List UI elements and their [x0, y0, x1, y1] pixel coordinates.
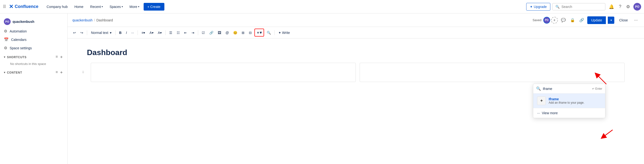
shortcuts-empty-message: No shortcuts in this space [0, 61, 67, 68]
nav-more[interactable]: More▾ [127, 3, 142, 10]
iframe-result-icon: ✦ [537, 96, 546, 105]
top-navigation: ⠿ ✕ Confluence Company hub Home Recent▾ … [0, 0, 644, 13]
mention-button[interactable]: @ [224, 30, 230, 36]
content-filter-icon[interactable]: ≡ [56, 70, 58, 75]
search-icon: 🔍 [556, 5, 560, 9]
page-title: Dashboard [87, 48, 625, 57]
more-options-button[interactable]: ··· [633, 16, 639, 24]
close-button[interactable]: Close [616, 16, 631, 24]
nav-home[interactable]: Home [72, 3, 86, 10]
italic-button[interactable]: I [124, 30, 129, 36]
indent-dec-button[interactable]: ⇤ [182, 30, 189, 36]
nav-company-hub[interactable]: Company hub [44, 3, 70, 10]
write-button[interactable]: ✦ Write [276, 30, 292, 36]
search-content-button[interactable]: 🔍 [265, 30, 272, 36]
logo[interactable]: ✕ Confluence [9, 3, 38, 10]
toolbar-separator-3 [138, 30, 138, 35]
editor-content[interactable]: Dashboard ⠿ 🔍 ↵ Enter ✦ Iframe [68, 38, 644, 164]
toolbar-separator-4 [165, 30, 166, 35]
undo-button[interactable]: ↩ [72, 30, 78, 36]
popup-search-icon: 🔍 [536, 86, 541, 91]
link-insert-button[interactable]: 🔗 [208, 30, 215, 36]
logo-text: Confluence [15, 4, 38, 9]
image-button[interactable]: 🖼 [216, 30, 223, 36]
search-input[interactable] [562, 5, 602, 9]
content-column-2[interactable] [360, 63, 625, 82]
shortcuts-add-icon[interactable]: ＋ [60, 55, 64, 60]
user-avatar[interactable]: PO [634, 3, 641, 10]
breadcrumb: quackenbush / Dashboard [72, 18, 530, 22]
editor-header-actions: Saved PO + 💬 🔒 🔗 Update ▾ Close ··· [532, 16, 639, 24]
sidebar-item-label: Space settings [10, 46, 32, 50]
nav-right-actions: ✦ Upgrade 🔍 🔔 ? ⚙ PO [526, 3, 641, 11]
add-collaborator-button[interactable]: + [551, 17, 558, 24]
nav-recent[interactable]: Recent▾ [88, 3, 105, 10]
enter-hint: ↵ Enter [592, 87, 602, 90]
sidebar-user[interactable]: PO quackenbush [0, 16, 67, 27]
text-style-label: Normal text [91, 31, 108, 35]
update-dropdown-button[interactable]: ▾ [608, 17, 614, 24]
red-arrow-indicator-2 [598, 127, 618, 142]
comment-button[interactable]: 💬 [560, 17, 567, 24]
view-more-button[interactable]: ··· View more [533, 108, 605, 118]
text-color-button[interactable]: A▾ [148, 30, 155, 36]
text-style-selector[interactable]: Normal text ▾ [89, 30, 114, 36]
editor-avatar: PO [543, 17, 550, 24]
shortcuts-actions: ≡ ＋ [56, 55, 64, 60]
shortcuts-chevron[interactable]: ▾ [4, 56, 6, 59]
emoji-button[interactable]: 😊 [232, 30, 239, 36]
editor-toolbar: ↩ ↪ Normal text ▾ B I ··· ≡▾ A▾ A▾ ☰ ☷ ⇤… [68, 27, 644, 38]
view-more-label: View more [542, 111, 558, 115]
numbered-list-button[interactable]: ☷ [175, 30, 182, 36]
more-formatting-button[interactable]: ··· [130, 30, 136, 36]
sidebar-item-calendars[interactable]: 📅 Calendars [0, 35, 67, 44]
toolbar-separator-1 [87, 30, 87, 35]
calendars-icon: 📅 [4, 37, 9, 42]
search-box[interactable]: 🔍 [552, 3, 606, 10]
content-column-1[interactable] [91, 63, 356, 82]
highlight-button[interactable]: A▾ [156, 30, 164, 36]
toolbar-separator-6 [274, 30, 275, 35]
help-button[interactable]: ? [618, 3, 623, 10]
iframe-result[interactable]: ✦ Iframe Add an iframe to your page. [533, 93, 605, 108]
content-actions: ≡ ＋ [56, 70, 64, 75]
insert-button[interactable]: + ▾ [254, 29, 264, 37]
bullet-list-button[interactable]: ☰ [168, 30, 174, 36]
breadcrumb-parent[interactable]: quackenbush [72, 18, 92, 22]
align-button[interactable]: ≡▾ [140, 30, 147, 36]
link-button[interactable]: 🔗 [578, 17, 585, 24]
content-chevron[interactable]: ▾ [4, 71, 6, 74]
redo-button[interactable]: ↪ [79, 30, 85, 36]
indent-inc-button[interactable]: ⇥ [190, 30, 196, 36]
checkbox-button[interactable]: ☑ [200, 30, 206, 36]
logo-icon: ✕ [9, 3, 13, 10]
notifications-button[interactable]: 🔔 [607, 3, 616, 11]
toolbar-separator-5 [198, 30, 198, 35]
red-arrow-indicator [592, 72, 611, 86]
create-button[interactable]: + Create [144, 3, 164, 10]
iframe-result-title: Iframe [549, 97, 584, 101]
sidebar: PO quackenbush ⚙ Automation 📅 Calendars … [0, 13, 68, 164]
settings-button[interactable]: ⚙ [625, 3, 632, 11]
avatar-group: PO + [543, 17, 558, 24]
shortcuts-filter-icon[interactable]: ≡ [56, 55, 58, 60]
drag-handle-icon[interactable]: ⠿ [82, 71, 84, 74]
sidebar-item-space-settings[interactable]: ⚙ Space settings [0, 44, 67, 52]
content-add-icon[interactable]: ＋ [60, 70, 64, 75]
insert-search-input[interactable] [543, 87, 590, 91]
sidebar-item-label: Calendars [11, 38, 26, 42]
sidebar-item-automation[interactable]: ⚙ Automation [0, 27, 67, 35]
update-button[interactable]: Update [587, 16, 606, 24]
shortcuts-section-header: ▾ SHORTCUTS ≡ ＋ [0, 52, 67, 61]
upgrade-button[interactable]: ✦ Upgrade [526, 3, 550, 10]
bold-button[interactable]: B [118, 30, 123, 36]
columns-button[interactable]: ⊞ [240, 30, 246, 36]
table-button[interactable]: ⊟ [247, 30, 254, 36]
breadcrumb-current: Dashboard [96, 18, 113, 22]
sidebar-avatar: PO [4, 18, 10, 25]
nav-spaces[interactable]: Spaces▾ [107, 3, 125, 10]
grid-icon[interactable]: ⠿ [3, 4, 6, 9]
sidebar-item-label: Automation [10, 29, 27, 33]
restrictions-button[interactable]: 🔒 [569, 17, 576, 24]
shortcuts-label: SHORTCUTS [7, 56, 26, 59]
